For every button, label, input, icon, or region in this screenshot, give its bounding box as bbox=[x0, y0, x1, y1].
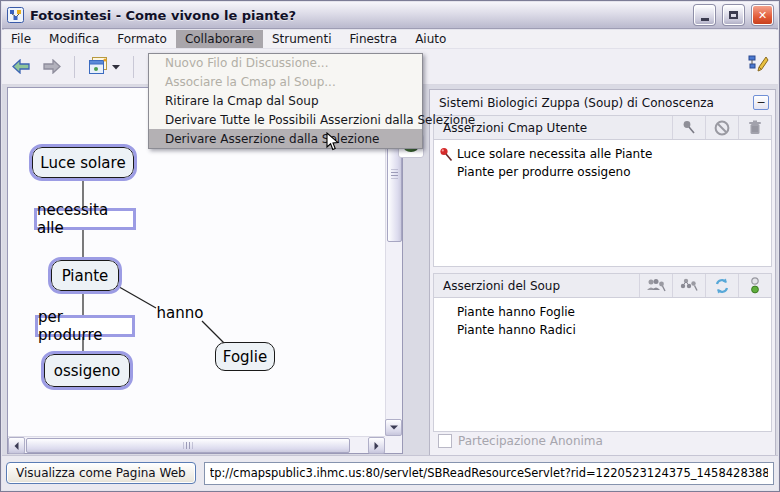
soup-assertions-title: Asserzioni del Soup bbox=[434, 279, 639, 293]
forward-icon bbox=[42, 59, 61, 74]
scrollbar-corner bbox=[385, 436, 402, 453]
menu-item-nuovo-filo: Nuovo Filo di Discussione... bbox=[149, 54, 422, 73]
scroll-grip bbox=[184, 442, 193, 449]
panel-minimize-icon: − bbox=[756, 97, 765, 108]
menu-collaborare[interactable]: Collaborare bbox=[176, 30, 263, 48]
close-button[interactable]: ✕ bbox=[752, 5, 773, 25]
user-assertions-list: Luce solare necessita alle Piante Piante… bbox=[434, 140, 771, 266]
assertion-text: Luce solare necessita alle Piante bbox=[457, 147, 652, 161]
scroll-down-button[interactable] bbox=[385, 419, 402, 436]
concept-label: Piante bbox=[62, 267, 109, 285]
maximize-icon bbox=[729, 11, 738, 19]
trash-icon bbox=[748, 120, 762, 135]
menu-modifica[interactable]: Modifica bbox=[40, 30, 108, 48]
menu-aiuto[interactable]: Aiuto bbox=[406, 30, 455, 48]
view-as-webpage-button[interactable]: Visualizza come Pagina Web bbox=[6, 462, 196, 484]
collaborare-dropdown-menu: Nuovo Filo di Discussione... Associare l… bbox=[148, 53, 423, 149]
window-title: Fotosintesi - Come vivono le piante? bbox=[30, 8, 686, 23]
panel-minimize-button[interactable]: − bbox=[753, 95, 769, 110]
forward-button[interactable] bbox=[40, 57, 63, 76]
scroll-left-button[interactable] bbox=[8, 437, 25, 454]
discard-icon bbox=[714, 120, 730, 136]
menu-item-ritirare-cmap[interactable]: Ritirare la Cmap dal Soup bbox=[149, 92, 422, 111]
list-item[interactable]: Piante hanno Foglie bbox=[434, 303, 771, 321]
back-button[interactable] bbox=[10, 57, 33, 76]
minimize-button[interactable] bbox=[694, 5, 715, 25]
concept-node-foglie[interactable]: Foglie bbox=[215, 342, 275, 371]
back-icon bbox=[12, 59, 31, 74]
menu-item-associare-cmap: Associare la Cmap al Soup... bbox=[149, 73, 422, 92]
concept-node-ossigeno[interactable]: ossigeno bbox=[44, 354, 130, 387]
user-assertions-section: Asserzioni Cmap Utente bbox=[433, 115, 772, 267]
resource-url-field[interactable] bbox=[204, 462, 774, 485]
dropdown-arrow-icon bbox=[112, 64, 120, 70]
anonymous-participation-checkbox[interactable] bbox=[438, 434, 452, 448]
list-item[interactable]: Luce solare necessita alle Piante bbox=[434, 145, 771, 163]
group-pin-icon bbox=[646, 278, 666, 293]
panel-title: Sistemi Biologici Zuppa (Soup) di Conosc… bbox=[439, 96, 714, 110]
scroll-arrow-icon bbox=[14, 442, 19, 450]
concept-label: ossigeno bbox=[54, 362, 120, 380]
scroll-grip bbox=[391, 170, 398, 179]
toolbar-separator bbox=[133, 56, 134, 78]
linking-phrase-per-produrre[interactable]: per produrre bbox=[35, 315, 135, 337]
menu-item-derivare-asserzione[interactable]: Derivare Asserzione dalla Selezione bbox=[149, 129, 422, 148]
linking-label: per produrre bbox=[38, 308, 132, 344]
app-icon bbox=[7, 7, 24, 23]
connection-status-button[interactable] bbox=[738, 274, 771, 297]
anonymous-participation-row: Partecipazione Anonima bbox=[438, 434, 603, 448]
scroll-arrow-icon bbox=[374, 442, 379, 450]
linking-label: necessita alle bbox=[37, 201, 133, 237]
edit-soup-button[interactable] bbox=[748, 55, 769, 77]
assertion-text: Piante per produrre ossigeno bbox=[457, 165, 630, 179]
toolbar-separator bbox=[74, 56, 75, 78]
app-window: Fotosintesi - Come vivono le piante? ✕ F… bbox=[0, 0, 780, 492]
close-icon: ✕ bbox=[758, 9, 767, 22]
linking-phrase-necessita-alle[interactable]: necessita alle bbox=[34, 208, 136, 230]
discard-assertion-button[interactable] bbox=[705, 116, 738, 139]
maximize-button[interactable] bbox=[723, 5, 744, 25]
tree-pin-icon bbox=[680, 278, 698, 293]
edit-soup-icon bbox=[748, 55, 769, 73]
user-assertions-header: Asserzioni Cmap Utente bbox=[434, 116, 771, 140]
cmap-views-button[interactable] bbox=[86, 55, 122, 78]
menu-formato[interactable]: Formato bbox=[108, 30, 176, 48]
concept-node-luce-solare[interactable]: Luce solare bbox=[32, 147, 134, 178]
concept-label: Foglie bbox=[223, 348, 267, 366]
horizontal-scroll-thumb[interactable] bbox=[26, 438, 350, 453]
list-item[interactable]: Piante hanno Radici bbox=[434, 321, 771, 339]
group-publish-button[interactable] bbox=[639, 274, 672, 297]
refresh-soup-button[interactable] bbox=[705, 274, 738, 297]
soup-assertions-header: Asserzioni del Soup bbox=[434, 274, 771, 298]
menu-strumenti[interactable]: Strumenti bbox=[263, 30, 341, 48]
soup-assertions-section: Asserzioni del Soup bbox=[433, 273, 772, 432]
delete-assertion-button[interactable] bbox=[738, 116, 771, 139]
pin-icon bbox=[682, 120, 696, 135]
scroll-arrow-icon bbox=[390, 425, 398, 430]
minimize-icon bbox=[701, 18, 709, 21]
soup-assertions-list: Piante hanno Foglie Piante hanno Radici bbox=[434, 298, 771, 431]
linking-label: hanno bbox=[157, 304, 204, 322]
tree-publish-button[interactable] bbox=[672, 274, 705, 297]
mouse-cursor-icon bbox=[326, 132, 339, 151]
assertion-text: Piante hanno Foglie bbox=[457, 305, 575, 319]
linking-phrase-hanno[interactable]: hanno bbox=[154, 303, 206, 323]
concept-label: Luce solare bbox=[40, 154, 125, 172]
concept-node-piante[interactable]: Piante bbox=[51, 260, 119, 291]
title-bar[interactable]: Fotosintesi - Come vivono le piante? ✕ bbox=[2, 2, 778, 29]
cmap-window-icon bbox=[88, 57, 110, 76]
horizontal-scrollbar[interactable] bbox=[8, 436, 385, 453]
publish-assertion-button[interactable] bbox=[672, 116, 705, 139]
scroll-right-button[interactable] bbox=[368, 437, 385, 454]
menu-finestra[interactable]: Finestra bbox=[341, 30, 407, 48]
pin-icon bbox=[439, 147, 453, 162]
menu-bar: File Modifica Formato Collaborare Strume… bbox=[2, 30, 778, 49]
refresh-icon bbox=[714, 278, 730, 294]
menu-file[interactable]: File bbox=[2, 30, 40, 48]
panel-title-row: Sistemi Biologici Zuppa (Soup) di Conosc… bbox=[430, 90, 775, 115]
bottom-bar: Visualizza come Pagina Web bbox=[2, 455, 778, 490]
list-item[interactable]: Piante per produrre ossigeno bbox=[434, 163, 771, 181]
menu-item-derivare-tutte[interactable]: Derivare Tutte le Possibili Asserzioni d… bbox=[149, 110, 422, 129]
assertion-text: Piante hanno Radici bbox=[457, 323, 576, 337]
knowledge-soup-panel: Sistemi Biologici Zuppa (Soup) di Conosc… bbox=[429, 89, 776, 456]
